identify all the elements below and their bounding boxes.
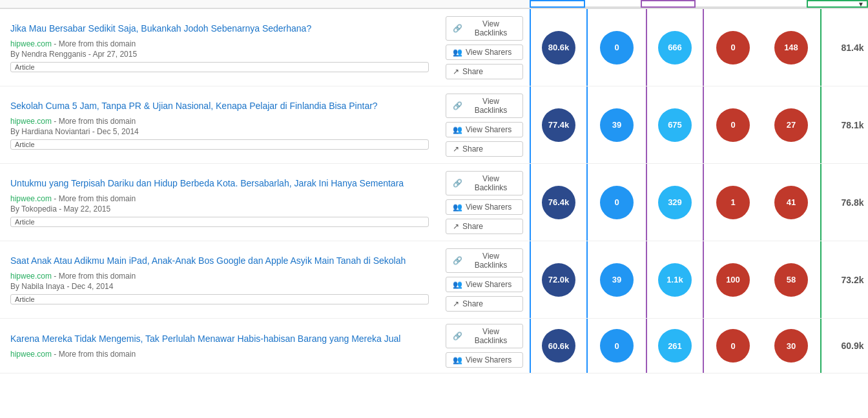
twitter-circle: 666 (658, 31, 692, 65)
twitter-cell: 1.1k (646, 241, 704, 318)
header-linkedin (585, 0, 641, 8)
facebook-circle: 72.0k (542, 263, 575, 297)
article-title[interactable]: Sekolah Cuma 5 Jam, Tanpa PR & Ujian Nas… (10, 100, 429, 113)
twitter-circle: 329 (658, 186, 692, 219)
linkedin-cell: 39 (588, 86, 646, 163)
total-value: 76.8k (841, 197, 863, 208)
article-byline: By Nendra Rengganis - Apr 27, 2015 (10, 50, 429, 59)
googleplus-cell: 30 (762, 319, 820, 373)
article-domain[interactable]: hipwee.com (10, 117, 52, 126)
view-sharers-button[interactable]: 👥 View Sharers (446, 122, 523, 137)
facebook-circle: 76.4k (542, 186, 575, 219)
header-facebook (530, 0, 585, 8)
view-backlinks-button[interactable]: 🔗 View Backlinks (446, 94, 523, 118)
googleplus-circle: 30 (774, 329, 808, 363)
linkedin-circle: 39 (600, 108, 634, 142)
domain-suffix: - More from this domain (52, 350, 136, 359)
table-row: Saat Anak Atau Adikmu Main iPad, Anak-An… (0, 241, 868, 319)
pinterest-circle: 0 (716, 108, 750, 142)
pinterest-cell: 0 (704, 9, 762, 86)
article-title[interactable]: Untukmu yang Terpisah Dariku dan Hidup B… (10, 177, 429, 190)
article-domain-line: hipwee.com - More from this domain (10, 350, 429, 359)
backlinks-icon: 🔗 (453, 101, 462, 110)
article-domain[interactable]: hipwee.com (10, 350, 52, 359)
pinterest-circle: 0 (716, 31, 750, 65)
article-info: Jika Mau Bersabar Sedikit Saja, Bukankah… (0, 9, 439, 86)
view-sharers-button[interactable]: 👥 View Sharers (446, 45, 523, 60)
twitter-circle: 261 (658, 329, 692, 363)
article-tag: Article (10, 294, 429, 304)
googleplus-circle: 148 (774, 31, 808, 65)
data-columns: 80.6k 0 666 0 148 81.4k (530, 9, 868, 86)
total-cell: 81.4k (820, 9, 868, 86)
pinterest-cell: 1 (704, 164, 762, 241)
pinterest-circle: 100 (716, 263, 750, 297)
article-domain[interactable]: hipwee.com (10, 39, 52, 48)
article-domain-line: hipwee.com - More from this domain (10, 39, 429, 48)
facebook-cell: 77.4k (530, 86, 588, 163)
article-tag: Article (10, 217, 429, 227)
googleplus-circle: 27 (774, 108, 808, 142)
linkedin-circle: 0 (600, 31, 634, 65)
domain-suffix: - More from this domain (52, 117, 136, 126)
total-cell: 60.9k (820, 319, 868, 373)
article-domain-line: hipwee.com - More from this domain (10, 194, 429, 203)
googleplus-cell: 148 (762, 9, 820, 86)
facebook-circle: 77.4k (542, 108, 575, 142)
share-icon: ↗ (453, 299, 459, 308)
view-sharers-button[interactable]: 👥 View Sharers (446, 277, 523, 292)
article-domain[interactable]: hipwee.com (10, 272, 52, 281)
table-row: Jika Mau Bersabar Sedikit Saja, Bukankah… (0, 9, 868, 86)
twitter-circle: 1.1k (658, 263, 692, 297)
article-domain-line: hipwee.com - More from this domain (10, 117, 429, 126)
share-icon: ↗ (453, 67, 459, 76)
view-backlinks-button[interactable]: 🔗 View Backlinks (446, 16, 523, 41)
pinterest-cell: 0 (704, 86, 762, 163)
pinterest-circle: 1 (716, 186, 750, 219)
facebook-cell: 80.6k (530, 9, 588, 86)
googleplus-cell: 41 (762, 164, 820, 241)
main-container: ▼ Jika Mau Bersabar Sedikit Saja, Bukank… (0, 0, 868, 418)
twitter-cell: 329 (646, 164, 704, 241)
article-domain[interactable]: hipwee.com (10, 194, 52, 203)
article-title[interactable]: Jika Mau Bersabar Sedikit Saja, Bukankah… (10, 23, 429, 35)
twitter-cell: 666 (646, 9, 704, 86)
sharers-icon: 👥 (453, 355, 462, 364)
article-title[interactable]: Saat Anak Atau Adikmu Main iPad, Anak-An… (10, 255, 429, 268)
article-info: Karena Mereka Tidak Mengemis, Tak Perlul… (0, 319, 439, 373)
total-cell: 73.2k (820, 241, 868, 318)
twitter-cell: 675 (646, 86, 704, 163)
backlinks-icon: 🔗 (453, 332, 462, 341)
article-title[interactable]: Karena Mereka Tidak Mengemis, Tak Perlul… (10, 333, 429, 346)
view-backlinks-button[interactable]: 🔗 View Backlinks (446, 324, 523, 348)
googleplus-cell: 27 (762, 86, 820, 163)
articles-list: Jika Mau Bersabar Sedikit Saja, Bukankah… (0, 9, 868, 373)
facebook-cell: 60.6k (530, 319, 588, 373)
sharers-icon: 👥 (453, 203, 462, 212)
view-backlinks-button[interactable]: 🔗 View Backlinks (446, 171, 523, 195)
header-total: ▼ (807, 0, 868, 8)
article-info: Untukmu yang Terpisah Dariku dan Hidup B… (0, 164, 439, 241)
total-value: 60.9k (841, 341, 863, 351)
linkedin-circle: 39 (600, 263, 634, 297)
share-button[interactable]: ↗ Share (446, 64, 523, 79)
view-sharers-button[interactable]: 👥 View Sharers (446, 352, 523, 368)
view-sharers-button[interactable]: 👥 View Sharers (446, 199, 523, 215)
pinterest-cell: 0 (704, 319, 762, 373)
article-byline: By Hardiana Noviantari - Dec 5, 2014 (10, 127, 429, 136)
share-button[interactable]: ↗ Share (446, 296, 523, 312)
backlinks-icon: 🔗 (453, 24, 462, 33)
linkedin-cell: 0 (588, 164, 646, 241)
share-button[interactable]: ↗ Share (446, 219, 523, 234)
total-value: 81.4k (841, 43, 863, 53)
view-backlinks-button[interactable]: 🔗 View Backlinks (446, 248, 523, 273)
article-info: Sekolah Cuma 5 Jam, Tanpa PR & Ujian Nas… (0, 86, 439, 163)
sort-icon[interactable]: ▼ (858, 0, 864, 8)
total-cell: 76.8k (820, 164, 868, 241)
sharers-icon: 👥 (453, 48, 462, 57)
share-icon: ↗ (453, 144, 459, 154)
sharers-icon: 👥 (453, 280, 462, 289)
linkedin-circle: 0 (600, 186, 634, 219)
googleplus-cell: 58 (762, 241, 820, 318)
share-button[interactable]: ↗ Share (446, 141, 523, 157)
